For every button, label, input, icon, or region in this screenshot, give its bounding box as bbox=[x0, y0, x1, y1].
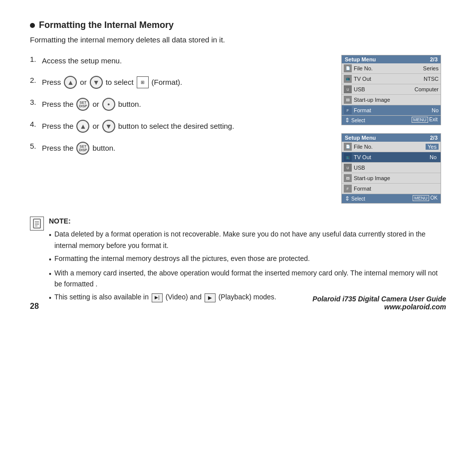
menu1-footer-exit: MENU Exit bbox=[412, 117, 438, 124]
step-4-content: Press the ▲ or ▼ button to select the de… bbox=[42, 120, 234, 133]
step-2-format: (Format). bbox=[152, 76, 183, 88]
menu2-row-startup: 🖼 Start-up Image bbox=[342, 173, 441, 184]
menu1-row-usb: U USB Computer bbox=[342, 84, 441, 95]
menu2-format-icon: F bbox=[344, 185, 352, 193]
menu1-tvout-label: TV Out bbox=[354, 76, 422, 82]
step-5-num: 5. bbox=[30, 142, 42, 150]
menu1-footer: ⇕ Select MENU Exit bbox=[342, 116, 441, 125]
menu1-footer-left: ⇕ Select bbox=[345, 117, 365, 124]
step-1: 1. Access the setup menu. bbox=[30, 55, 331, 67]
menu1-usb-value: Computer bbox=[415, 86, 439, 92]
footer-title: Polaroid i735 Digital Camera User Guide … bbox=[312, 295, 446, 311]
menu1-tvout-value: NTSC bbox=[424, 76, 439, 82]
menu2-footer-left: ⇕ Select bbox=[345, 195, 365, 202]
footer-title-line1: Polaroid i735 Digital Camera User Guide bbox=[312, 295, 446, 303]
step-4-press: Press the bbox=[42, 120, 73, 132]
menu2-tvout-value: No bbox=[428, 154, 439, 160]
step5-set-disp-icon: SETDISP bbox=[76, 142, 89, 155]
step-4-or: or bbox=[92, 120, 99, 132]
menu2-startup-label: Start-up Image bbox=[354, 175, 437, 181]
step-2-or: or bbox=[80, 76, 86, 88]
step-2: 2. Press ▲ or ▼ to select ⊞ (Format). bbox=[30, 76, 331, 89]
step-2-content: Press ▲ or ▼ to select ⊞ (Format). bbox=[42, 76, 182, 89]
screenshots-column: Setup Menu 2/3 📄 File No. Series 📺 TV Ou… bbox=[341, 55, 446, 204]
menu1-fileno-value: Series bbox=[423, 65, 439, 71]
subtitle-text: Formatting the internal memory deletes a… bbox=[30, 35, 446, 44]
select-arrow-icon: ⇕ bbox=[345, 117, 350, 124]
step4-down-button-icon: ▼ bbox=[102, 120, 115, 133]
menu2-row-usb: U USB bbox=[342, 163, 441, 173]
menu2-ok-label-icon: MENU bbox=[413, 195, 429, 201]
note-bullet-1: • Data deleted by a format operation is … bbox=[49, 229, 446, 251]
note-bullet-dot-2: • bbox=[49, 254, 51, 265]
menu-screenshot-2: Setup Menu 2/3 📄 File No. Yes 📺 TV Out N… bbox=[341, 133, 441, 204]
tvout-icon: 📺 bbox=[344, 75, 352, 83]
menu2-usb-label: USB bbox=[354, 165, 437, 171]
note-bullet-3-text: With a memory card inserted, the above o… bbox=[54, 267, 446, 290]
menu2-header-left: Setup Menu bbox=[345, 135, 376, 141]
note-icon bbox=[30, 217, 44, 231]
note-bullet-dot-1: • bbox=[49, 230, 51, 251]
menu2-tvout-icon: 📺 bbox=[344, 153, 352, 161]
step-4-num: 4. bbox=[30, 120, 42, 128]
step-2-toselect: to select bbox=[106, 76, 134, 88]
menu2-startup-icon: 🖼 bbox=[344, 174, 352, 182]
menu1-row-format: F Format No bbox=[342, 105, 441, 116]
menu1-row-fileno: 📄 File No. Series bbox=[342, 63, 441, 74]
note-bullet-2-text: Formatting the internal memory destroys … bbox=[54, 253, 310, 265]
note-bullet-2: • Formatting the internal memory destroy… bbox=[49, 253, 446, 265]
menu1-footer-select: Select bbox=[351, 118, 365, 123]
up-button-icon: ▲ bbox=[64, 76, 77, 89]
step-1-num: 1. bbox=[30, 55, 42, 63]
step-3: 3. Press the SETDISP or ● button. bbox=[30, 98, 331, 111]
menu2-header: Setup Menu 2/3 bbox=[342, 134, 441, 142]
note-content: NOTE: • Data deleted by a format operati… bbox=[49, 216, 446, 306]
title-text: Formatting the Internal Memory bbox=[39, 20, 174, 30]
step-5-press: Press the bbox=[42, 142, 73, 154]
menu2-footer-select: Select bbox=[351, 196, 365, 202]
menu1-format-label: Format bbox=[354, 107, 430, 113]
menu-screenshot-1: Setup Menu 2/3 📄 File No. Series 📺 TV Ou… bbox=[341, 55, 441, 125]
note-bullet-1-text: Data deleted by a format operation is no… bbox=[54, 229, 446, 251]
menu2-row-format: F Format bbox=[342, 184, 441, 194]
menu2-usb-icon: U bbox=[344, 164, 352, 172]
usb-icon: U bbox=[344, 85, 352, 93]
menu2-footer: ⇕ Select MENU OK bbox=[342, 194, 441, 203]
step-3-or: or bbox=[92, 98, 99, 110]
menu1-header-right: 2/3 bbox=[430, 56, 438, 62]
step-3-button: button. bbox=[118, 98, 141, 110]
format-icon: ⊞ bbox=[137, 76, 149, 88]
step-4: 4. Press the ▲ or ▼ button to select the… bbox=[30, 120, 331, 133]
step-5: 5. Press the SETDISP button. bbox=[30, 142, 331, 155]
step-3-content: Press the SETDISP or ● button. bbox=[42, 98, 141, 111]
menu2-row-tvout: 📺 TV Out No bbox=[342, 152, 441, 163]
page-footer: 28 Polaroid i735 Digital Camera User Gui… bbox=[30, 295, 446, 311]
note-section: NOTE: • Data deleted by a format operati… bbox=[30, 216, 446, 306]
footer-page-number: 28 bbox=[30, 302, 39, 311]
step-1-text: Access the setup menu. bbox=[42, 55, 122, 67]
step-3-num: 3. bbox=[30, 98, 42, 106]
section-title: Formatting the Internal Memory bbox=[30, 20, 446, 30]
title-bullet bbox=[30, 23, 35, 28]
menu2-row-fileno: 📄 File No. Yes bbox=[342, 142, 441, 152]
step-2-num: 2. bbox=[30, 76, 42, 84]
step-4-text: button to select the desired setting. bbox=[118, 120, 235, 132]
menu1-header: Setup Menu 2/3 bbox=[342, 55, 441, 63]
menu1-startup-label: Start-up Image bbox=[354, 97, 437, 103]
menu1-header-left: Setup Menu bbox=[345, 56, 376, 62]
menu2-select-arrow: ⇕ bbox=[345, 195, 350, 202]
note-title: NOTE: bbox=[49, 216, 446, 227]
menu2-format-label: Format bbox=[354, 186, 437, 192]
step-2-press: Press bbox=[42, 76, 61, 88]
set-disp-button-icon: SETDISP bbox=[76, 98, 89, 111]
down-button-icon: ▼ bbox=[90, 76, 103, 89]
menu1-usb-label: USB bbox=[354, 86, 413, 92]
round-button-icon: ● bbox=[102, 98, 115, 111]
startup-icon: 🖼 bbox=[344, 96, 352, 104]
menu2-fileno-label: File No. bbox=[354, 144, 424, 150]
menu1-fileno-label: File No. bbox=[354, 65, 421, 71]
step-3-press: Press the bbox=[42, 98, 73, 110]
menu1-row-startup: 🖼 Start-up Image bbox=[342, 95, 441, 105]
menu2-header-right: 2/3 bbox=[430, 135, 438, 141]
menu1-row-tvout: 📺 TV Out NTSC bbox=[342, 74, 441, 84]
